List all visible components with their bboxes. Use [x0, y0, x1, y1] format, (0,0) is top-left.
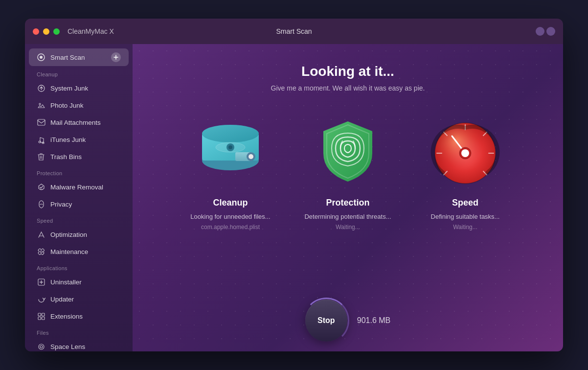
- sidebar-item-mail-attachments[interactable]: Mail Attachments: [29, 114, 129, 131]
- sidebar-item-privacy[interactable]: Privacy: [29, 196, 129, 212]
- privacy-icon: [37, 200, 45, 208]
- speed-card-title: Speed: [452, 198, 478, 208]
- svg-point-1: [40, 56, 43, 59]
- sidebar-item-updater[interactable]: Updater: [29, 291, 129, 307]
- app-window: CleanMyMac X Smart Scan Smart Scan: [25, 19, 563, 351]
- fullscreen-button[interactable]: [53, 28, 60, 35]
- cleanup-card-status: Looking for unneeded files...: [190, 212, 270, 222]
- svg-point-5: [39, 141, 41, 143]
- updater-icon: [37, 295, 45, 303]
- svg-point-24: [249, 154, 253, 159]
- section-files-label: Files: [25, 325, 133, 338]
- svg-point-3: [39, 103, 41, 105]
- photo-junk-label: Photo Junk: [50, 102, 84, 109]
- svg-rect-9: [38, 313, 41, 316]
- sidebar-item-photo-junk[interactable]: Photo Junk: [29, 97, 129, 114]
- itunes-junk-icon: [37, 135, 45, 144]
- close-button[interactable]: [33, 28, 39, 35]
- svg-point-21: [228, 145, 232, 149]
- privacy-label: Privacy: [50, 201, 72, 208]
- cleanup-card-title: Cleanup: [213, 198, 248, 208]
- uninstaller-label: Uninstaller: [50, 278, 82, 286]
- mail-attachments-icon: [37, 118, 45, 127]
- maintenance-icon: [37, 247, 45, 256]
- smart-scan-icon: [37, 53, 45, 62]
- sidebar-item-extensions[interactable]: Extensions: [29, 308, 129, 324]
- cleanup-card-icon: [191, 112, 270, 190]
- svg-point-37: [461, 149, 469, 157]
- protection-card-status: Determining potential threats...: [304, 212, 391, 222]
- optimization-label: Optimization: [50, 231, 87, 238]
- titlebar: CleanMyMac X Smart Scan: [25, 19, 563, 44]
- main-content: Looking at it... Give me a moment. We al…: [133, 44, 563, 351]
- app-name: CleanMyMac X: [68, 27, 114, 35]
- extensions-icon: [37, 312, 45, 321]
- traffic-lights: [33, 28, 60, 35]
- speed-card-status: Defining suitable tasks...: [431, 212, 500, 222]
- sidebar-item-system-junk[interactable]: System Junk: [29, 80, 129, 96]
- optimization-icon: [37, 230, 45, 239]
- minimize-button[interactable]: [43, 28, 49, 35]
- cleanup-card: Cleanup Looking for unneeded files... co…: [181, 112, 279, 231]
- system-junk-icon: [37, 84, 45, 92]
- window-title: Smart Scan: [276, 27, 312, 35]
- speed-card-icon: [426, 112, 504, 190]
- sidebar-item-itunes-junk[interactable]: iTunes Junk: [29, 131, 129, 148]
- protection-card-icon: [309, 112, 387, 190]
- sidebar-item-space-lens[interactable]: Space Lens: [29, 338, 129, 351]
- maintenance-label: Maintenance: [50, 248, 88, 255]
- svg-point-7: [40, 251, 42, 253]
- svg-rect-12: [42, 317, 45, 320]
- sidebar-item-uninstaller[interactable]: Uninstaller: [29, 274, 129, 290]
- uninstaller-icon: [37, 278, 45, 286]
- section-cleanup-label: Cleanup: [25, 67, 133, 79]
- sidebar: Smart Scan Cleanup System Junk: [25, 44, 133, 351]
- main-subtitle: Give me a moment. We all wish it was eas…: [271, 84, 425, 92]
- section-protection-label: Protection: [25, 165, 133, 178]
- smart-scan-label: Smart Scan: [50, 54, 85, 61]
- stop-button[interactable]: Stop: [305, 300, 347, 342]
- titlebar-controls: [536, 27, 555, 36]
- malware-removal-icon: [37, 183, 45, 191]
- svg-rect-10: [42, 313, 45, 316]
- malware-removal-label: Malware Removal: [50, 184, 103, 191]
- sidebar-item-malware-removal[interactable]: Malware Removal: [29, 179, 129, 195]
- main-title: Looking at it...: [301, 64, 394, 79]
- protection-card: Protection Determining potential threats…: [299, 112, 397, 231]
- itunes-junk-label: iTunes Junk: [50, 136, 86, 143]
- sidebar-item-optimization[interactable]: Optimization: [29, 226, 129, 243]
- smart-scan-badge: [111, 52, 121, 62]
- menu-dot[interactable]: [546, 27, 555, 36]
- settings-dot[interactable]: [536, 27, 544, 36]
- updater-label: Updater: [50, 296, 74, 303]
- speed-card-waiting: Waiting...: [453, 224, 477, 231]
- trash-bins-label: Trash Bins: [50, 153, 82, 161]
- sidebar-item-maintenance[interactable]: Maintenance: [29, 243, 129, 260]
- section-speed-label: Speed: [25, 213, 133, 226]
- speed-card: Speed Defining suitable tasks... Waiting…: [416, 112, 514, 231]
- protection-card-title: Protection: [326, 198, 369, 208]
- space-lens-label: Space Lens: [50, 343, 85, 350]
- size-label: 901.6 MB: [357, 316, 390, 325]
- section-applications-label: Applications: [25, 260, 133, 273]
- trash-bins-icon: [37, 152, 45, 161]
- svg-point-18: [202, 125, 259, 142]
- sidebar-item-smart-scan[interactable]: Smart Scan: [29, 48, 129, 66]
- system-junk-label: System Junk: [50, 85, 88, 92]
- svg-point-14: [40, 346, 43, 348]
- svg-rect-11: [38, 317, 41, 320]
- extensions-label: Extensions: [50, 313, 83, 320]
- cleanup-card-file: com.apple.homed.plist: [201, 224, 260, 231]
- photo-junk-icon: [37, 101, 45, 110]
- mail-attachments-label: Mail Attachments: [50, 119, 101, 126]
- space-lens-icon: [37, 342, 45, 351]
- cards-row: Cleanup Looking for unneeded files... co…: [142, 112, 553, 231]
- svg-point-13: [39, 344, 44, 349]
- protection-card-waiting: Waiting...: [336, 224, 360, 231]
- sidebar-item-trash-bins[interactable]: Trash Bins: [29, 148, 129, 165]
- bottom-row: Stop 901.6 MB: [305, 300, 390, 342]
- content-area: Smart Scan Cleanup System Junk: [25, 44, 563, 351]
- svg-rect-4: [38, 119, 45, 125]
